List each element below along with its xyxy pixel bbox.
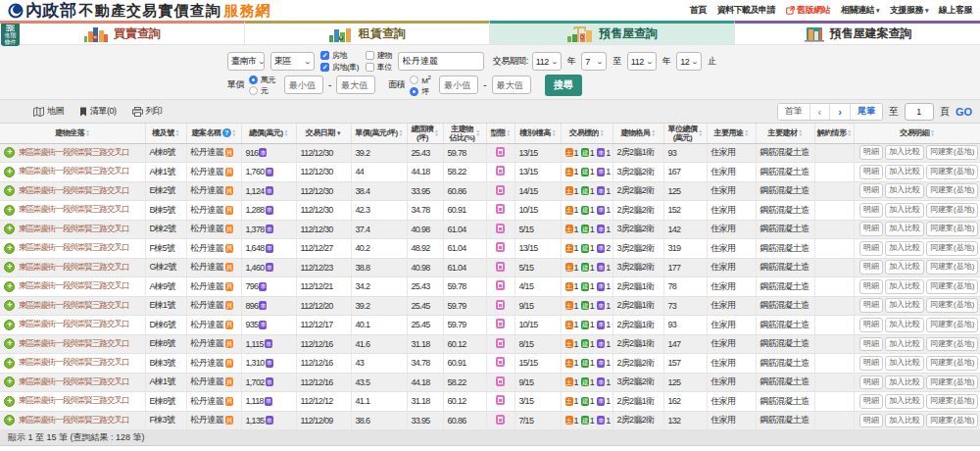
address-link[interactable]: 東區崇慶街一段與崇賢三路交叉口 — [19, 415, 129, 426]
detail-button[interactable]: 明細 — [859, 203, 883, 218]
project-info-icon[interactable]: 貝 — [225, 339, 233, 348]
city-select[interactable]: 臺南市 ⌄ — [227, 52, 265, 71]
address-link[interactable]: 東區崇慶街一段與崇賢三路交叉口 — [19, 300, 129, 312]
same-project-button[interactable]: 同建案(基地) — [926, 279, 978, 294]
last-page-button[interactable]: 尾筆 — [851, 104, 882, 120]
project-info-icon[interactable]: 貝 — [225, 168, 233, 176]
compare-button[interactable]: 加入比較 — [885, 337, 924, 352]
address-link[interactable]: 東區崇慶街一段與崇賢三路交叉口 — [19, 242, 129, 254]
list-button[interactable]: 清單(0) — [79, 105, 117, 118]
compare-button[interactable]: 加入比較 — [885, 222, 924, 236]
address-link[interactable]: 東區崇慶街一段與崇賢三路交叉口 — [19, 395, 129, 407]
project-info-icon[interactable]: 貝 — [225, 244, 233, 253]
nav-item-data-download[interactable]: 資料下載及申請 — [716, 4, 775, 17]
detail-button[interactable]: 明細 — [859, 356, 883, 371]
sort-icon[interactable]: ▲▼ — [175, 129, 179, 137]
expand-row-icon[interactable]: + — [4, 376, 15, 387]
address-link[interactable]: 東區崇慶街一段與崇賢三路交叉口 — [19, 185, 129, 197]
expand-row-icon[interactable]: + — [4, 396, 15, 407]
sort-icon[interactable]: ▲▼ — [848, 129, 852, 137]
sort-desc-icon[interactable]: ▼ — [336, 130, 341, 136]
project-info-icon[interactable]: 貝 — [225, 206, 233, 215]
prev-page-button[interactable]: ‹ — [810, 104, 831, 120]
month-from-select[interactable]: 7 ⌄ — [581, 52, 607, 71]
project-info-icon[interactable]: 貝 — [225, 263, 233, 272]
unit-price-radio-yuan[interactable]: 元 — [249, 85, 275, 96]
address-link[interactable]: 東區崇慶街一段與崇賢三路交叉口 — [19, 376, 129, 388]
print-button[interactable]: 列印 — [132, 105, 163, 118]
advanced-conditions-tab[interactable]: 進階 條件 — [1, 24, 20, 46]
project-info-icon[interactable]: 貝 — [225, 321, 233, 329]
sort-icon[interactable]: ▲▼ — [475, 129, 479, 137]
next-page-button[interactable]: › — [830, 104, 851, 120]
same-project-button[interactable]: 同建案(基地) — [926, 145, 978, 160]
detail-button[interactable]: 明細 — [859, 394, 883, 409]
project-info-icon[interactable]: 貝 — [225, 186, 233, 195]
nav-item-related-links[interactable]: 相關連結▾ — [841, 4, 879, 17]
same-project-button[interactable]: 同建案(基地) — [926, 203, 978, 218]
same-project-button[interactable]: 同建案(基地) — [926, 165, 978, 179]
compare-button[interactable]: 加入比較 — [885, 298, 924, 313]
sort-icon[interactable]: ▲▼ — [284, 129, 288, 137]
detail-button[interactable]: 明細 — [859, 337, 883, 352]
expand-row-icon[interactable]: + — [4, 224, 15, 234]
search-button[interactable]: 搜尋 — [545, 75, 582, 96]
project-info-icon[interactable]: 貝 — [225, 377, 233, 386]
project-info-icon[interactable]: 貝 — [225, 301, 233, 310]
same-project-button[interactable]: 同建案(基地) — [926, 260, 978, 275]
sort-icon[interactable]: ▲▼ — [552, 129, 556, 137]
nav-item-home[interactable]: 首頁 — [689, 4, 706, 17]
same-project-button[interactable]: 同建案(基地) — [926, 298, 978, 313]
sort-icon[interactable]: ▲▼ — [507, 129, 511, 137]
unit-price-radio-wan-yuan[interactable]: 萬元 — [249, 75, 275, 85]
compare-button[interactable]: 加入比較 — [885, 260, 924, 275]
sort-icon[interactable]: ▲▼ — [434, 129, 438, 137]
project-keyword-input[interactable] — [398, 52, 484, 71]
expand-row-icon[interactable]: + — [4, 281, 15, 292]
tab-presale-project-query[interactable]: 預售屋建案查詢 — [735, 21, 980, 44]
same-project-button[interactable]: 同建案(基地) — [926, 356, 978, 371]
compare-button[interactable]: 加入比較 — [885, 356, 924, 371]
project-info-icon[interactable]: 貝 — [225, 416, 233, 425]
detail-button[interactable]: 明細 — [859, 145, 883, 160]
expand-row-icon[interactable]: + — [4, 167, 15, 177]
year-from-select[interactable]: 112 ⌄ — [532, 52, 562, 71]
site-logo[interactable]: 內政部 不動產交易實價查詢 服務網 — [8, 2, 271, 19]
sort-icon[interactable]: ▲▼ — [699, 129, 703, 137]
same-project-button[interactable]: 同建案(基地) — [926, 376, 978, 390]
expand-row-icon[interactable]: + — [4, 205, 15, 216]
sort-icon[interactable]: ▲▼ — [399, 129, 403, 137]
project-info-icon[interactable]: 貝 — [225, 225, 233, 233]
page-number-input[interactable] — [905, 103, 934, 121]
sort-icon[interactable]: ▲▼ — [600, 129, 604, 137]
compare-button[interactable]: 加入比較 — [885, 241, 924, 256]
area-radio-square-meter[interactable]: M2 — [410, 73, 430, 86]
project-info-icon[interactable]: 貝 — [225, 397, 233, 406]
same-project-button[interactable]: 同建案(基地) — [926, 222, 978, 236]
nav-item-online-service[interactable]: 線上客服 — [939, 4, 972, 17]
same-project-button[interactable]: 同建案(基地) — [926, 337, 978, 352]
compare-button[interactable]: 加入比較 — [885, 376, 924, 390]
same-project-button[interactable]: 同建案(基地) — [926, 318, 978, 332]
detail-button[interactable]: 明細 — [859, 241, 883, 256]
expand-row-icon[interactable]: + — [4, 415, 15, 426]
compare-button[interactable]: 加入比較 — [885, 394, 924, 409]
detail-button[interactable]: 明細 — [859, 165, 883, 179]
tab-sale-query[interactable]: 買賣查詢 — [0, 21, 245, 44]
expand-row-icon[interactable]: + — [4, 300, 15, 311]
compare-button[interactable]: 加入比較 — [885, 318, 924, 332]
area-max-input[interactable] — [492, 75, 531, 94]
expand-row-icon[interactable]: + — [4, 320, 15, 330]
compare-button[interactable]: 加入比較 — [885, 414, 924, 428]
checkbox-parking[interactable]: 車位 — [366, 62, 392, 73]
detail-button[interactable]: 明細 — [859, 222, 883, 236]
year-to-select[interactable]: 112 ⌄ — [627, 52, 657, 71]
project-info-icon[interactable]: 貝 — [225, 148, 233, 157]
tab-presale-query[interactable]: 預售屋查詢 — [490, 21, 735, 44]
same-project-button[interactable]: 同建案(基地) — [926, 394, 978, 409]
compare-button[interactable]: 加入比較 — [885, 279, 924, 294]
first-page-button[interactable]: 首筆 — [778, 104, 810, 120]
same-project-button[interactable]: 同建案(基地) — [926, 183, 978, 198]
compare-button[interactable]: 加入比較 — [885, 165, 924, 179]
compare-button[interactable]: 加入比較 — [885, 203, 924, 218]
